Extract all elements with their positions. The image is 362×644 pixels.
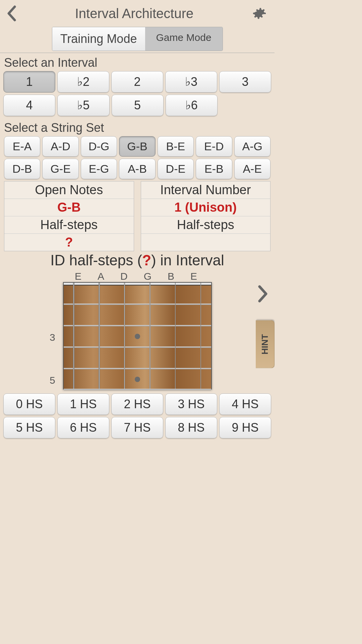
stringset-dg[interactable]: D-G bbox=[81, 136, 117, 157]
answer-8hs[interactable]: 8 HS bbox=[165, 417, 217, 438]
info-left: Open Notes G-B Half-steps ? bbox=[4, 181, 134, 251]
mode-tabs: Training Mode Game Mode bbox=[52, 27, 223, 51]
chevron-right-icon[interactable] bbox=[257, 285, 268, 303]
answer-5hs[interactable]: 5 HS bbox=[3, 417, 55, 438]
string-labels: E A D G B E bbox=[0, 271, 275, 282]
halfsteps-label-left: Half-steps bbox=[4, 216, 134, 234]
stringset-be[interactable]: B-E bbox=[158, 136, 194, 157]
info-right: Interval Number 1 (Unison) Half-steps bbox=[141, 181, 271, 251]
info-grid: Open Notes G-B Half-steps ? Interval Num… bbox=[4, 181, 270, 251]
answer-6hs[interactable]: 6 HS bbox=[57, 417, 109, 438]
stringset-ad[interactable]: A-D bbox=[42, 136, 78, 157]
stringset-ea[interactable]: E-A bbox=[4, 136, 40, 157]
stringset-ed[interactable]: E-D bbox=[196, 136, 232, 157]
halfsteps-value-left: ? bbox=[4, 234, 134, 251]
stringset-gb[interactable]: G-B bbox=[119, 136, 155, 157]
answer-row-2: 5 HS 6 HS 7 HS 8 HS 9 HS bbox=[0, 417, 275, 438]
answer-1hs[interactable]: 1 HS bbox=[57, 393, 109, 415]
string-section-label: Select a String Set bbox=[0, 118, 275, 136]
hint-button[interactable]: HINT bbox=[256, 320, 275, 368]
tab-training-mode[interactable]: Training Mode bbox=[52, 27, 145, 51]
interval-section-label: Select an Interval bbox=[0, 53, 275, 71]
stringset-ag[interactable]: A-G bbox=[234, 136, 270, 157]
answer-row-1: 0 HS 1 HS 2 HS 3 HS 4 HS bbox=[0, 393, 275, 415]
interval-3[interactable]: 3 bbox=[219, 71, 271, 93]
interval-num-value: 1 (Unison) bbox=[141, 199, 270, 216]
interval-4[interactable]: 4 bbox=[3, 95, 55, 116]
stringset-ae[interactable]: A-E bbox=[234, 159, 270, 179]
answer-7hs[interactable]: 7 HS bbox=[111, 417, 163, 438]
stringset-ab[interactable]: A-B bbox=[119, 159, 155, 179]
string-row-1: E-A A-D D-G G-B B-E E-D A-G bbox=[0, 136, 275, 157]
answer-0hs[interactable]: 0 HS bbox=[3, 393, 55, 415]
stringset-db[interactable]: D-B bbox=[4, 159, 40, 179]
interval-flat2[interactable]: ♭2 bbox=[57, 71, 109, 93]
interval-2[interactable]: 2 bbox=[111, 71, 163, 93]
fret-label-3: 3 bbox=[50, 332, 55, 343]
stringset-eg[interactable]: E-G bbox=[81, 159, 117, 179]
page-title: Interval Architecture bbox=[17, 6, 252, 21]
interval-num-label: Interval Number bbox=[141, 181, 270, 199]
halfsteps-value-right bbox=[141, 234, 270, 236]
interval-5[interactable]: 5 bbox=[112, 95, 164, 116]
tab-game-mode[interactable]: Game Mode bbox=[145, 27, 223, 51]
halfsteps-label-right: Half-steps bbox=[141, 216, 270, 234]
fret-label-5: 5 bbox=[50, 375, 55, 386]
gear-icon[interactable] bbox=[252, 5, 268, 21]
answer-3hs[interactable]: 3 HS bbox=[165, 393, 217, 415]
open-notes-label: Open Notes bbox=[4, 181, 134, 199]
answer-9hs[interactable]: 9 HS bbox=[219, 417, 271, 438]
stringset-ge[interactable]: G-E bbox=[42, 159, 78, 179]
stringset-eb[interactable]: E-B bbox=[196, 159, 232, 179]
back-icon[interactable] bbox=[7, 5, 17, 22]
open-notes-value: G-B bbox=[4, 199, 134, 216]
string-row-2: D-B G-E E-G A-B D-E E-B A-E bbox=[0, 159, 275, 179]
interval-row-2: 4 ♭5 5 ♭6 bbox=[0, 95, 275, 116]
fretboard[interactable] bbox=[63, 282, 212, 389]
answer-2hs[interactable]: 2 HS bbox=[111, 393, 163, 415]
interval-row-1: 1 ♭2 2 ♭3 3 bbox=[0, 71, 275, 93]
prompt-text: ID half-steps (?) in Interval bbox=[0, 251, 275, 269]
interval-flat5[interactable]: ♭5 bbox=[57, 95, 109, 116]
stringset-de[interactable]: D-E bbox=[158, 159, 194, 179]
interval-flat3[interactable]: ♭3 bbox=[165, 71, 217, 93]
interval-flat6[interactable]: ♭6 bbox=[166, 95, 218, 116]
interval-1[interactable]: 1 bbox=[3, 71, 55, 93]
answer-4hs[interactable]: 4 HS bbox=[219, 393, 271, 415]
